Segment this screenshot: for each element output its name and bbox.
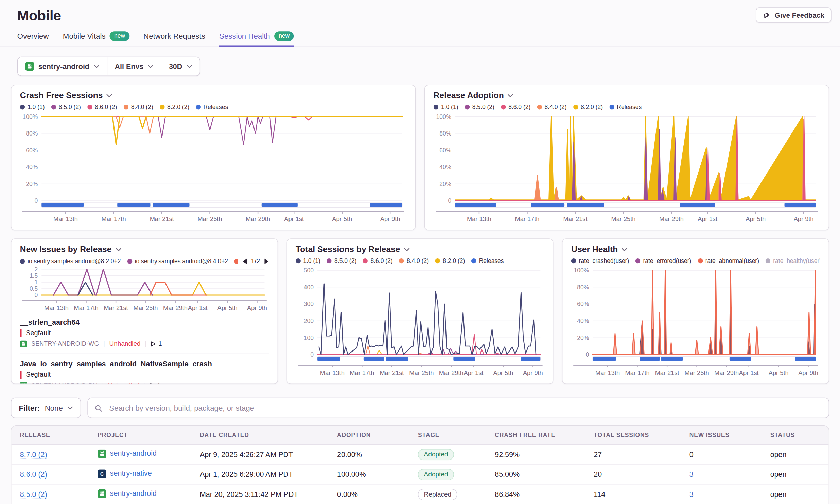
date-range-filter[interactable]: 30D	[161, 57, 199, 75]
give-feedback-button[interactable]: Give Feedback	[756, 7, 832, 22]
issue-title-link[interactable]: __strlen_aarch64	[20, 318, 269, 326]
legend-item[interactable]: 8.6.0 (2)	[501, 104, 530, 110]
legend-dot	[501, 104, 506, 109]
releases-table: RELEASEPROJECTDATE CREATEDADOPTIONSTAGEC…	[11, 425, 829, 504]
date-created-cell: Apr 1, 2025 6:29:00 AM PDT	[191, 470, 329, 479]
panel-title: New Issues by Release	[20, 245, 112, 254]
search-icon	[95, 404, 103, 412]
event-count-value: 1	[158, 340, 162, 347]
legend-item[interactable]: 8.5.0 (2)	[51, 104, 81, 110]
release-adoption-chart[interactable]: 100%80%60%40%20%0Mar 13thMar 17thMar 21s…	[434, 112, 820, 223]
project-filter[interactable]: sentry-android	[18, 57, 106, 75]
new-issues-chart[interactable]: 21.510.50Mar 13thMar 17thMar 21stMar 25t…	[20, 267, 269, 312]
pager-label: 1/2	[251, 257, 260, 265]
tab-mobile-vitals[interactable]: Mobile Vitalsnew	[63, 31, 129, 47]
new-issues-cell: 3	[681, 470, 762, 479]
legend-dot	[160, 104, 164, 109]
svg-text:Mar 29th: Mar 29th	[659, 215, 684, 222]
project-link[interactable]: sentry-native	[110, 469, 152, 478]
legend-item[interactable]: Releases	[609, 104, 642, 110]
table-row[interactable]: 8.5.0 (2)sentry-androidMar 20, 2025 3:11…	[11, 485, 828, 504]
new-issues-link[interactable]: 3	[689, 470, 694, 479]
project: Csentry-native	[98, 469, 152, 478]
svg-text:20%: 20%	[439, 181, 451, 187]
project-link[interactable]: sentry-android	[110, 449, 157, 457]
legend-item[interactable]: 8.6.0 (2)	[363, 257, 392, 264]
table-row[interactable]: 8.7.0 (2)sentry-androidApr 9, 2025 4:26:…	[11, 445, 828, 465]
legend-item[interactable]: 8.4.0 (2)	[123, 104, 153, 110]
legend-label: 8.4.0 (2)	[545, 104, 567, 110]
panel-dropdown-chevron-icon[interactable]	[107, 94, 112, 97]
issue-project-slug: SENTRY-ANDROID-WG	[31, 341, 99, 347]
legend-item[interactable]: io.sentry.samples.android@8.4.0+2	[127, 258, 228, 264]
legend-item[interactable]: 8.6.0 (2)	[87, 104, 117, 110]
legend-item[interactable]: 8.4.0 (2)	[399, 257, 429, 264]
legend-label: rate_crashed(user)	[579, 257, 629, 264]
table-controls: Filter: None	[11, 398, 829, 418]
table-row[interactable]: 8.6.0 (2)Csentry-nativeApr 1, 2025 6:29:…	[11, 465, 828, 485]
filter-dropdown-button[interactable]: Filter: None	[11, 398, 81, 418]
svg-text:100: 100	[303, 335, 313, 341]
release-link[interactable]: 8.6.0 (2)	[20, 470, 47, 479]
legend-item[interactable]: 8.4.0 (2)	[537, 104, 566, 110]
tab-session-health[interactable]: Session Healthnew	[219, 31, 294, 47]
svg-text:0: 0	[448, 197, 451, 204]
legend-label: rate_abnormal(user)	[705, 257, 759, 264]
stage-badge: Adopted	[418, 449, 454, 460]
play-icon	[150, 383, 155, 384]
release-link[interactable]: 8.5.0 (2)	[20, 490, 47, 498]
pager-previous-icon[interactable]	[242, 258, 247, 264]
legend-item[interactable]: 8.2.0 (2)	[160, 104, 189, 110]
legend-item[interactable]: 8.5.0 (2)	[327, 257, 356, 264]
legend-item[interactable]: io.sentry.samples.android@8.2.0+2	[20, 258, 121, 264]
legend-item[interactable]: rate_abnormal(user)	[698, 257, 759, 264]
tab-overview[interactable]: Overview	[17, 31, 49, 47]
legend-item[interactable]: 8.2.0 (2)	[435, 257, 465, 264]
divider: |	[102, 382, 104, 384]
tab-network-requests[interactable]: Network Requests	[143, 31, 205, 47]
search-input[interactable]	[108, 403, 822, 413]
panel-dropdown-chevron-icon[interactable]	[622, 247, 627, 251]
adoption-cell: 0.00%	[329, 490, 409, 498]
legend-item[interactable]: 1.0 (1)	[296, 257, 320, 264]
svg-text:40%: 40%	[26, 164, 38, 170]
crash-free-sessions-chart[interactable]: 100%80%60%40%20%0Mar 13thMar 17thMar 21s…	[20, 112, 407, 223]
svg-text:C: C	[100, 471, 104, 476]
issue-title-link[interactable]: Java_io_sentry_samples_android_NativeSam…	[20, 360, 269, 368]
legend-label: 1.0 (1)	[28, 104, 45, 110]
user-health-chart[interactable]: 100%80%60%40%20%0Mar 13thMar 17thMar 21s…	[571, 266, 820, 377]
legend-item[interactable]: 1.0 (1)	[20, 104, 45, 110]
chart-row-1: Crash Free Sessions 1.0 (1)8.5.0 (2)8.6.…	[11, 85, 829, 230]
release-link[interactable]: 8.7.0 (2)	[20, 450, 47, 458]
release-cell: 8.5.0 (2)	[11, 490, 89, 498]
svg-text:20%: 20%	[26, 181, 38, 187]
pager-next-icon[interactable]	[264, 258, 268, 264]
svg-text:1: 1	[34, 279, 38, 286]
panel-user-health: User Health rate_crashed(user)rate_error…	[562, 238, 829, 384]
new-issues-link[interactable]: 3	[689, 490, 694, 498]
legend-item[interactable]: 8.5.0 (2)	[465, 104, 494, 110]
panel-title: User Health	[571, 245, 618, 254]
environment-filter[interactable]: All Envs	[107, 57, 161, 75]
panel-dropdown-chevron-icon[interactable]	[404, 247, 410, 251]
svg-text:300: 300	[303, 301, 313, 307]
svg-text:100%: 100%	[436, 113, 451, 120]
legend-item[interactable]: rate_healthy(user)	[766, 257, 820, 264]
panel-dropdown-chevron-icon[interactable]	[116, 247, 121, 251]
legend-item[interactable]: io.sentry.samp	[234, 258, 238, 264]
legend-dot	[51, 104, 56, 109]
legend-item[interactable]: rate_errored(user)	[635, 257, 691, 264]
legend-label: 8.2.0 (2)	[167, 104, 189, 110]
legend-item[interactable]: 8.2.0 (2)	[573, 104, 603, 110]
legend-item[interactable]: rate_crashed(user)	[571, 257, 629, 264]
panel-title: Crash Free Sessions	[20, 91, 103, 101]
svg-text:Apr 1st: Apr 1st	[698, 215, 717, 222]
project-link[interactable]: sentry-android	[110, 489, 157, 498]
legend-item[interactable]: Releases	[196, 104, 228, 110]
legend-item[interactable]: Releases	[471, 257, 504, 264]
legend-item[interactable]: 1.0 (1)	[434, 104, 458, 110]
total-sessions-chart[interactable]: 5004003002001000Mar 13thMar 17thMar 21st…	[296, 266, 544, 377]
filter-label: Filter:	[19, 403, 40, 412]
svg-text:Apr 1st: Apr 1st	[284, 215, 304, 222]
panel-dropdown-chevron-icon[interactable]	[508, 94, 513, 97]
